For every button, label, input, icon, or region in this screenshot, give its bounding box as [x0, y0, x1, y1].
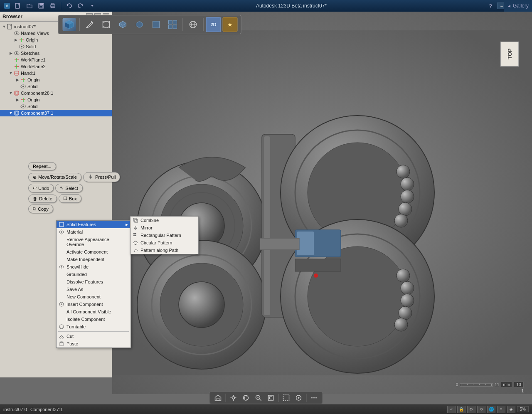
- repeat-btn[interactable]: Repeat...: [28, 162, 56, 170]
- cm-pattern-along-path[interactable]: Pattern along Path: [131, 246, 198, 254]
- tree-item-comp37[interactable]: ▼ Component37:1: [0, 110, 112, 116]
- move-label: Move/Rotate/Scale: [38, 175, 77, 180]
- cm-insert-component[interactable]: Insert Component: [57, 301, 131, 308]
- context-menu-main[interactable]: Solid Features Material Remove Appearanc…: [56, 220, 131, 348]
- view-top-btn[interactable]: [116, 17, 131, 32]
- box-btn[interactable]: ☐ Box: [59, 194, 81, 203]
- tree-item-solid3[interactable]: Solid: [0, 103, 112, 110]
- cm-make-independent[interactable]: Make Independent: [57, 256, 131, 263]
- move-rotate-btn[interactable]: ⊕ Move/Rotate/Scale: [28, 173, 81, 182]
- copy-btn[interactable]: ⧉ Copy: [28, 205, 53, 213]
- titlebar-left: A: [3, 1, 97, 10]
- cm-rectangular-pattern[interactable]: Rectangular Pattern: [131, 232, 198, 239]
- svg-rect-4: [39, 3, 43, 5]
- tree-item-origin3[interactable]: ▶ Origin: [0, 96, 112, 103]
- context-menu-sub[interactable]: Combine Mirror Rectangular Pattern Circu…: [130, 216, 199, 254]
- cm-solid-features[interactable]: Solid Features: [57, 221, 131, 228]
- cm-show-hide[interactable]: Show/Hide: [57, 263, 131, 271]
- view-2d-btn[interactable]: 2D: [206, 17, 221, 32]
- svg-point-116: [245, 395, 247, 400]
- titlebar: A Autodesk 123D Beta instruct07* ? – □: [0, 0, 532, 12]
- tree-item-solid1[interactable]: Solid: [0, 43, 112, 50]
- cm-cut[interactable]: Cut: [57, 333, 131, 340]
- nav-measure-btn[interactable]: [293, 393, 305, 403]
- nav-home-btn[interactable]: [212, 393, 224, 403]
- delete-btn[interactable]: 🗑 Delete: [28, 195, 57, 203]
- press-pull-btn[interactable]: Press/Pull: [83, 172, 121, 182]
- svg-rect-101: [135, 233, 136, 234]
- cm-paste[interactable]: Paste: [57, 340, 131, 347]
- viewport[interactable]: [112, 12, 532, 394]
- nav-select-btn[interactable]: [281, 393, 292, 403]
- cm-isolate-component[interactable]: Isolate Component: [57, 315, 131, 323]
- save-btn[interactable]: [37, 1, 46, 10]
- ruler-value[interactable]: 10: [514, 382, 524, 388]
- tree-item-hand1[interactable]: ▼ Hand:1: [0, 70, 112, 76]
- view-pencil-btn[interactable]: [82, 17, 97, 32]
- open-btn[interactable]: [25, 1, 34, 10]
- new-btn[interactable]: [13, 1, 22, 10]
- cm-mirror[interactable]: Mirror: [131, 224, 198, 232]
- cm-combine[interactable]: Combine: [131, 217, 198, 224]
- tree-item-origin2[interactable]: ▶ Origin: [0, 76, 112, 83]
- status-icon7[interactable]: ◈: [507, 406, 515, 413]
- print-btn[interactable]: [48, 1, 57, 10]
- tree-arrow: ▶: [8, 51, 13, 55]
- status-icon2[interactable]: 🔒: [457, 406, 466, 413]
- nav-zoom-btn[interactable]: [253, 393, 264, 403]
- cm-all-component-visible[interactable]: All Component Visible: [57, 308, 131, 315]
- nav-fit-btn[interactable]: [265, 393, 277, 403]
- redo-toolbar-btn[interactable]: [76, 1, 85, 10]
- cm-material[interactable]: Material: [57, 228, 131, 236]
- select-label: Select: [65, 186, 78, 191]
- svg-point-93: [60, 327, 63, 328]
- svg-point-110: [135, 249, 136, 250]
- tree-label: Origin: [27, 97, 39, 102]
- status-icon6[interactable]: ≡: [497, 406, 505, 413]
- tree-item-comp28[interactable]: ▼ Component28:1: [0, 90, 112, 96]
- cm-turntable[interactable]: Turntable: [57, 323, 131, 330]
- cm-save-as[interactable]: Save As: [57, 286, 131, 293]
- cm-circular-pattern[interactable]: Circular Pattern: [131, 239, 198, 246]
- svg-point-70: [401, 190, 414, 203]
- view-orbit-btn[interactable]: [186, 17, 201, 32]
- view-side-btn[interactable]: [149, 17, 164, 32]
- undo-btn[interactable]: ↩ Undo: [28, 184, 54, 192]
- tree-item-sketches[interactable]: ▶ Sketches: [0, 50, 112, 57]
- svg-point-90: [61, 266, 62, 268]
- copy-icon: ⧉: [33, 206, 36, 212]
- cm-remove-appearance[interactable]: Remove Appearance Override: [57, 236, 131, 248]
- cm-new-component[interactable]: New Component: [57, 293, 131, 301]
- statusbar: instruct07:0 Component37:1 ✓ 🔒 ⚙ ↺ 🌐 ≡ ◈…: [0, 404, 532, 414]
- view-front-btn[interactable]: [132, 17, 147, 32]
- tree-item-workplane2[interactable]: WorkPlane2: [0, 63, 112, 70]
- tree-item-origin1[interactable]: ▶ Origin: [0, 37, 112, 43]
- cube-home-btn[interactable]: [62, 17, 77, 32]
- cm-grounded[interactable]: Grounded: [57, 271, 131, 278]
- cm-activate-component[interactable]: Activate Component: [57, 248, 131, 256]
- mt-sep2: [183, 18, 183, 31]
- help-btn[interactable]: ?: [486, 1, 495, 10]
- status-icon4[interactable]: ↺: [477, 406, 485, 413]
- nav-pan-btn[interactable]: [228, 393, 239, 403]
- status-icon3[interactable]: ⚙: [467, 406, 475, 413]
- gallery-label[interactable]: Gallery: [513, 3, 529, 9]
- status-icon1[interactable]: ✓: [447, 406, 456, 413]
- tree-item-workplane1[interactable]: WorkPlane1: [0, 57, 112, 63]
- cut-icon: [58, 333, 65, 339]
- nav-more-btn[interactable]: [308, 393, 320, 403]
- nav-orbit-btn[interactable]: [240, 393, 252, 403]
- status-icon5[interactable]: 🌐: [487, 406, 495, 413]
- cm-turntable-label: Turntable: [66, 324, 86, 329]
- cm-dissolve-features[interactable]: Dissolve Features: [57, 278, 131, 286]
- qt-row2: ⊕ Move/Rotate/Scale Press/Pull: [28, 172, 120, 182]
- view-split-btn[interactable]: [165, 17, 180, 32]
- view-box-btn[interactable]: [99, 17, 114, 32]
- show-hide-icon: [58, 264, 65, 270]
- select-btn[interactable]: ↖ Select: [55, 184, 83, 192]
- undo-toolbar-btn[interactable]: [64, 1, 74, 10]
- app-icon: A: [3, 2, 11, 9]
- tree-item-solid2[interactable]: Solid: [0, 83, 112, 90]
- view-star-btn[interactable]: ★: [223, 17, 238, 32]
- dropdown-arrow[interactable]: [88, 1, 97, 10]
